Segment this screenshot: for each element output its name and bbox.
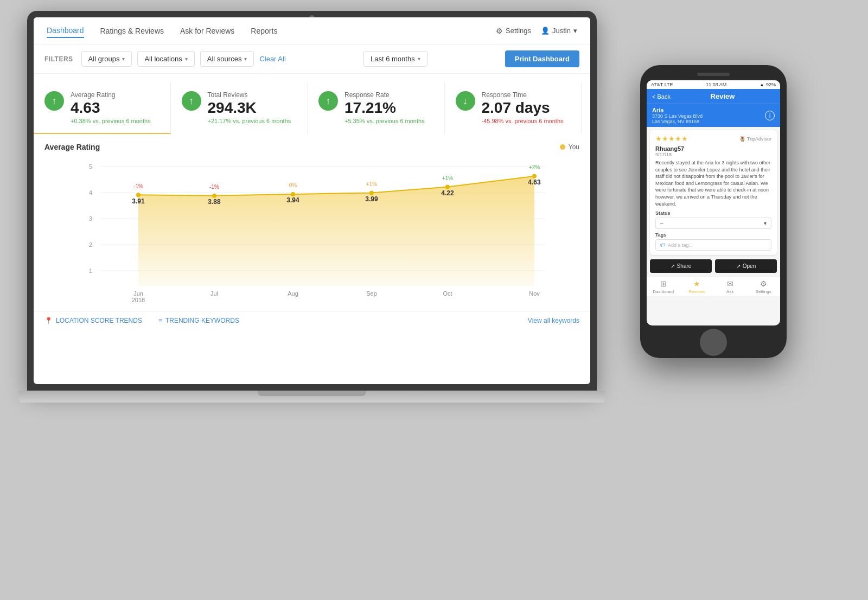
svg-text:3.94: 3.94 [286, 196, 299, 204]
chart-section: Average Rating You [34, 134, 590, 311]
svg-text:+2%: +2% [529, 164, 540, 170]
laptop-base [19, 391, 605, 403]
phone-nav-reviews[interactable]: ★ Reviews [680, 279, 714, 294]
tags-field-label: Tags [655, 232, 771, 238]
legend-dot [560, 144, 565, 150]
laptop-screen: Dashboard Ratings & Reviews Ask for Revi… [34, 17, 590, 384]
chevron-down-icon: ▾ [573, 27, 577, 35]
settings-label: Settings [506, 27, 531, 35]
status-field-label: Status [655, 210, 771, 216]
chart-title: Average Rating [44, 143, 100, 151]
print-dashboard-button[interactable]: Print Dashboard [505, 50, 579, 67]
time-label: 11:03 AM [706, 82, 726, 87]
stat-value: 17.21% [344, 100, 425, 116]
nav-ratings[interactable]: Ratings & Reviews [100, 24, 164, 37]
gear-icon [496, 27, 503, 35]
phone-home-button[interactable] [700, 329, 727, 356]
svg-text:-1%: -1% [133, 183, 143, 189]
phone-nav-settings[interactable]: ⚙ Settings [747, 279, 781, 294]
period-filter[interactable]: Last 6 months ▾ [363, 51, 427, 67]
svg-text:+1%: +1% [442, 175, 453, 181]
locations-filter[interactable]: All locations ▾ [137, 51, 194, 67]
chevron-down-icon: ▾ [185, 56, 188, 62]
chevron-down-icon: ▾ [764, 220, 767, 226]
app-nav: Dashboard Ratings & Reviews Ask for Revi… [34, 17, 590, 44]
chevron-down-icon: ▾ [244, 56, 247, 62]
review-source: 🦉 TripAdvisor [739, 136, 771, 142]
location-icon: 📍 [44, 317, 53, 324]
legend-label: You [569, 143, 579, 151]
stat-card-reviews: ↑ Total Reviews 294.3K +21.17% vs. previ… [171, 82, 308, 134]
settings-icon: ⚙ [760, 279, 767, 288]
phone-nav-ask[interactable]: ✉ Ask [713, 279, 747, 294]
laptop-device: Dashboard Ratings & Reviews Ask for Revi… [27, 11, 597, 434]
user-label: Justin [552, 27, 571, 35]
phone-action-row: ↗ Share ↗ Open [650, 259, 777, 273]
reviews-icon: ★ [693, 279, 700, 288]
star-rating: ★★★★★ [655, 135, 688, 143]
rating-chart: 5 4 3 2 1 [44, 156, 579, 302]
status-select[interactable]: – ▾ [655, 218, 771, 229]
svg-text:Sep: Sep [366, 290, 377, 297]
nav-right: Settings Justin ▾ [496, 27, 577, 35]
nav-ask[interactable]: Ask for Reviews [180, 24, 234, 37]
svg-text:2: 2 [89, 241, 92, 248]
phone-nav-dashboard[interactable]: ⊞ Dashboard [647, 279, 680, 294]
user-menu[interactable]: Justin ▾ [541, 27, 577, 35]
sources-filter[interactable]: All sources ▾ [200, 51, 254, 67]
chart-point [369, 191, 374, 195]
filter-bar: FILTERS All groups ▾ All locations ▾ All… [34, 44, 590, 74]
svg-text:4: 4 [89, 189, 92, 196]
trending-keywords-label: TRENDING KEYWORDS [165, 317, 239, 324]
reviewer-name: Rhuang57 [655, 145, 771, 152]
view-all-keywords[interactable]: View all keywords [528, 317, 579, 324]
phone-bottom-nav: ⊞ Dashboard ★ Reviews ✉ Ask ⚙ Settings [647, 276, 780, 296]
filters-label: FILTERS [44, 55, 73, 63]
svg-text:Jun: Jun [133, 290, 143, 297]
svg-text:4.63: 4.63 [528, 178, 541, 186]
back-button[interactable]: < Back [652, 93, 671, 100]
phone-nav-bar: < Back Review [647, 89, 780, 104]
open-button[interactable]: ↗ Open [715, 259, 777, 273]
stat-label: Response Rate [344, 91, 425, 99]
tag-icon: 🏷 [660, 242, 666, 248]
clear-filters[interactable]: Clear All [259, 55, 285, 63]
groups-filter[interactable]: All groups ▾ [81, 51, 132, 67]
share-button[interactable]: ↗ Share [650, 259, 712, 273]
trend-up-icon: ↑ [44, 91, 64, 111]
svg-text:2018: 2018 [132, 297, 145, 302]
open-icon: ↗ [736, 263, 741, 269]
phone-nav-title: Review [671, 92, 775, 100]
trending-keywords-link[interactable]: ≡ TRENDING KEYWORDS [158, 317, 239, 324]
info-button[interactable]: i [765, 111, 775, 120]
stat-value: 294.3K [208, 100, 291, 116]
svg-text:Oct: Oct [443, 290, 452, 297]
settings-button[interactable]: Settings [496, 27, 531, 35]
phone-status-bar: AT&T LTE 11:03 AM ▲ 92% [647, 80, 780, 89]
tags-input[interactable]: 🏷 Add a tag... [655, 239, 771, 251]
location-address: 3730 S Las Vegas Blvd [652, 113, 703, 119]
svg-text:Nov: Nov [529, 290, 540, 297]
stats-row: ↑ Average Rating 4.63 +0.38% vs. previou… [34, 74, 590, 134]
svg-text:3.88: 3.88 [208, 198, 221, 206]
svg-text:3: 3 [89, 215, 92, 222]
nav-items: Dashboard Ratings & Reviews Ask for Revi… [47, 24, 496, 38]
nav-dashboard[interactable]: Dashboard [47, 24, 84, 38]
location-trends-link[interactable]: 📍 LOCATION SCORE TRENDS [44, 317, 142, 324]
chart-point [291, 192, 295, 196]
phone-speaker [697, 73, 730, 76]
stat-change: +21.17% vs. previous 6 months [208, 118, 291, 124]
chart-point [532, 174, 537, 178]
phone-location-bar: Aria 3730 S Las Vegas Blvd Las Vegas, NV… [647, 104, 780, 127]
trend-down-icon: ↓ [456, 91, 475, 111]
nav-reports[interactable]: Reports [251, 24, 277, 37]
stat-label: Response Time [482, 91, 564, 99]
tags-placeholder: Add a tag... [668, 242, 693, 248]
phone-screen: AT&T LTE 11:03 AM ▲ 92% < Back Review Ar… [647, 80, 780, 325]
bottom-bar: 📍 LOCATION SCORE TRENDS ≡ TRENDING KEYWO… [34, 311, 590, 330]
stat-value: 2.07 days [482, 100, 564, 116]
ask-icon: ✉ [727, 279, 733, 288]
stat-change: +5.35% vs. previous 6 months [344, 118, 425, 124]
svg-text:Aug: Aug [288, 290, 298, 297]
chart-container: 5 4 3 2 1 [44, 156, 579, 302]
